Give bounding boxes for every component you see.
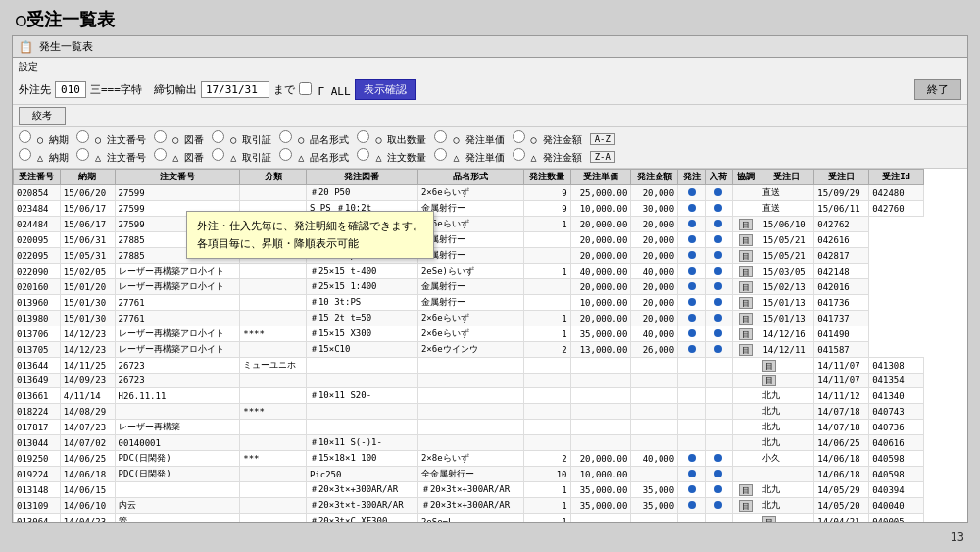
table-cell [705, 404, 732, 420]
col-kyocho[interactable]: 協調 [732, 170, 760, 185]
sort-tordate-asc[interactable]: ○ 取出数量 [357, 130, 426, 147]
table-cell: ＃25×15 t-400 [306, 264, 417, 279]
table-cell: 北九 [760, 404, 814, 420]
table-cell: 14/06/18 [814, 467, 869, 482]
detail-icon[interactable]: 目 [739, 484, 753, 496]
table-row[interactable]: 0136614/11/14H26.11.11＃10×11 S20-北九14/11… [14, 388, 967, 404]
col-hatchu-qty[interactable]: 発注数量 [523, 170, 570, 185]
col-nyuka[interactable]: 入荷 [705, 170, 732, 185]
sort-tanka-desc[interactable]: △ 発注単価 [434, 148, 504, 165]
table-row[interactable]: 01314814/06/15＃20×3t×+300AR/AR＃20×3t×+30… [14, 482, 967, 498]
table-row[interactable]: 01364914/09/2326723目14/11/07041354 [14, 374, 967, 388]
table-row[interactable]: 02085415/06/2027599＃20 P502×6eらいず925,000… [14, 185, 967, 201]
col-hatchu-zuban[interactable]: 発注図番 [306, 170, 417, 185]
sort-torihiki-asc[interactable]: ○ 取引証 [212, 130, 271, 147]
col-order-no[interactable]: 注文番号 [115, 170, 240, 185]
table-row[interactable]: 01370614/12/23レーザー再構築アロ小イト****＃15×15 Χ30… [14, 326, 967, 342]
table-row[interactable]: 02009515/06/3127885＃10 3t PS金属射行ー20,000.… [14, 232, 967, 248]
sort-hinmei-asc[interactable]: ○ 品名形式 [279, 130, 349, 147]
detail-icon[interactable]: 目 [739, 500, 753, 512]
table-cell: 041308 [869, 358, 924, 374]
sort-torihiki-desc[interactable]: △ 取引証 [212, 148, 271, 165]
table-row[interactable]: 01306414/04/23管＃20×3t×C XF3002eSe=L1目14/… [14, 514, 967, 523]
sort-zuban-desc[interactable]: △ 図番 [154, 148, 204, 165]
detail-icon[interactable]: 目 [739, 344, 753, 356]
table-cell [523, 279, 570, 295]
table-cell [678, 467, 706, 482]
detail-icon[interactable]: 目 [739, 219, 753, 230]
col-hatchu[interactable]: 発注 [678, 170, 706, 185]
col-juchu-no[interactable]: 受注番号 [14, 170, 61, 185]
table-row[interactable]: 01398015/01/3027761＃15 2t t=502×6eらいず120… [14, 311, 967, 326]
table-cell: 27599 [115, 185, 240, 201]
detail-icon[interactable]: 目 [739, 328, 753, 340]
table-cell: 35,000 [631, 498, 678, 514]
sort-chuno-desc[interactable]: △ 注文番号 [76, 148, 146, 165]
col-juchu-tanka[interactable]: 受注単価 [570, 170, 631, 185]
display-button[interactable]: 表示確認 [355, 79, 416, 100]
table-row[interactable]: 02209515/05/3127885＃15 3t p50金属射行ー20,000… [14, 248, 967, 264]
table-cell: 2×6eウインウ [417, 342, 523, 358]
status-dot [688, 314, 696, 322]
table-cell: 040005 [869, 514, 924, 523]
table-cell: ＃20×3t×C XF300 [306, 514, 417, 523]
table-row[interactable]: 02348415/06/1727599S PS ＃10:2t金属射行ー910,0… [14, 201, 967, 217]
detail-icon[interactable]: 目 [739, 266, 753, 277]
sort-tordate-desc[interactable]: △ 注文数量 [357, 148, 426, 165]
detail-icon[interactable]: 目 [739, 234, 753, 246]
detail-icon[interactable]: 目 [762, 375, 776, 386]
az-down-button[interactable]: Z-A [590, 151, 615, 163]
end-button[interactable]: 終了 [914, 79, 961, 100]
detail-icon[interactable]: 目 [739, 313, 753, 325]
table-cell: ＃20×3t×+300AR/AR [306, 482, 417, 498]
detail-icon[interactable]: 目 [739, 297, 753, 309]
col-hatchu-kingaku[interactable]: 発注金額 [631, 170, 678, 185]
detail-icon[interactable]: 目 [762, 360, 776, 372]
col-noki[interactable]: 納期 [60, 170, 115, 185]
sort-tanka-asc[interactable]: ○ 発注単価 [434, 130, 504, 147]
table-cell: 013064 [14, 514, 61, 523]
col-hinmei[interactable]: 品名形式 [417, 170, 523, 185]
col-juchu-date[interactable]: 受注日 [814, 170, 869, 185]
table-row[interactable]: 02209015/02/05レーザー再構築アロ小イト＃25×15 t-4002e… [14, 264, 967, 279]
supplier-input[interactable] [55, 81, 86, 98]
detail-icon[interactable]: 目 [762, 516, 776, 523]
table-row[interactable]: 01364414/11/2526723ミューユニホ目14/11/07041308 [14, 358, 967, 374]
status-dot [688, 235, 696, 243]
all-checkbox[interactable] [299, 82, 312, 95]
sort-noki-asc[interactable]: ○ 納期 [19, 130, 69, 147]
orders-table-container[interactable]: 受注番号 納期 注文番号 分類 発注図番 品名形式 発注数量 受注単価 発注金額… [13, 169, 967, 522]
table-cell [417, 404, 523, 420]
table-row[interactable]: 02448415/06/1727599****＃15 2t t = 502×6e… [14, 217, 967, 232]
sort-zuban-asc[interactable]: ○ 図番 [154, 130, 204, 147]
col-bunrui[interactable]: 分類 [240, 170, 307, 185]
table-row[interactable]: 02016015/01/20レーザー再構築アロ小イト＃25×15 1:400金属… [14, 279, 967, 295]
detail-icon[interactable]: 目 [739, 250, 753, 262]
table-row[interactable]: 01310914/06/10内云＃20×3t×t-300AR/AR＃20×3t×… [14, 498, 967, 514]
table-row[interactable]: 01370514/12/23レーザー再構築アロ小イト＃15×C102×6eウイン… [14, 342, 967, 358]
az-up-button[interactable]: A-Z [590, 133, 615, 145]
sort-row-2: △ 納期 △ 注文番号 △ 図番 △ 取引証 △ 品名形式 △ 注文数量 △ 発… [19, 148, 615, 165]
table-row[interactable]: 01304414/07/0200140001＃10×11 S(-)1-北九14/… [14, 435, 967, 451]
table-cell: 013980 [14, 311, 61, 326]
table-row[interactable]: 01781714/07/23レーザー再構築北九14/07/18040736 [14, 420, 967, 435]
sort-hinmei-desc[interactable]: △ 品名形式 [279, 148, 349, 165]
date-input[interactable] [201, 81, 270, 98]
sort-chuno-asc[interactable]: ○ 注文番号 [76, 130, 146, 147]
table-cell [570, 358, 631, 374]
table-row[interactable]: 01922414/06/18PDC(日閑発)Pic250全金属射行ー1010,0… [14, 467, 967, 482]
table-row[interactable]: 01822414/08/29****北九14/07/18040743 [14, 404, 967, 420]
col-juchu-id[interactable]: 受注Id [869, 170, 924, 185]
table-cell [705, 467, 732, 482]
filter-button[interactable]: 絞考 [19, 107, 66, 125]
sort-kingaku-desc[interactable]: △ 発注金額 [513, 148, 582, 165]
col-nohinaki[interactable]: 受注日 [760, 170, 814, 185]
table-row[interactable]: 01925014/06/25PDC(日閑発)***＃15×18×1 1002×8… [14, 451, 967, 467]
sort-kingaku-asc[interactable]: ○ 発注金額 [513, 130, 582, 147]
status-dot [714, 282, 722, 290]
table-cell: 25,000.00 [570, 185, 631, 201]
table-row[interactable]: 01396015/01/3027761＃10 3t:PS金属射行ー10,000.… [14, 295, 967, 311]
sort-noki-desc[interactable]: △ 納期 [19, 148, 69, 165]
detail-icon[interactable]: 目 [739, 281, 753, 293]
status-dot [714, 470, 722, 477]
